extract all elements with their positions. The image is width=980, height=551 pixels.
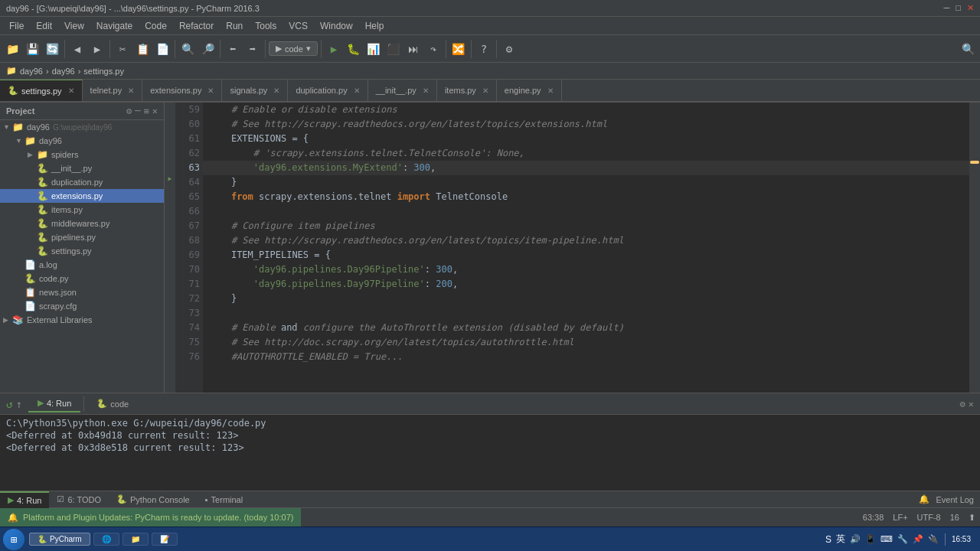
tray-icon-4[interactable]: 📱 xyxy=(865,534,876,544)
tree-init-py[interactable]: 🐍 __init__.py xyxy=(0,161,164,175)
tree-day96-folder[interactable]: ▼ 📁 day96 xyxy=(0,134,164,148)
nav-back-btn[interactable]: ⬅ xyxy=(224,40,242,58)
copy-btn[interactable]: 📋 xyxy=(133,40,152,58)
menu-vcs[interactable]: VCS xyxy=(283,19,314,33)
tree-codepy[interactable]: 🐍 code.py xyxy=(0,272,164,285)
tab-close-duplication[interactable]: ✕ xyxy=(354,86,360,95)
taskbar-app-pycharm[interactable]: 🐍 PyCharm xyxy=(29,533,90,546)
update-notification[interactable]: 🔔 Platform and Plugin Updates: PyCharm i… xyxy=(0,508,301,527)
tree-scrapycfg[interactable]: 📄 scrapy.cfg xyxy=(0,299,164,313)
tray-icon-7[interactable]: 📌 xyxy=(913,534,923,544)
menu-edit[interactable]: Edit xyxy=(30,19,58,33)
save-btn[interactable]: 💾 xyxy=(23,40,41,58)
global-search-btn[interactable]: 🔍 xyxy=(959,40,977,58)
start-button[interactable]: ⊞ xyxy=(3,529,24,550)
run-close-icon[interactable]: ✕ xyxy=(969,399,974,409)
run-tab-code[interactable]: 🐍 code xyxy=(87,396,138,412)
tree-newsjson[interactable]: 📋 news.json xyxy=(0,285,164,299)
cut-btn[interactable]: ✂ xyxy=(113,40,132,58)
project-view-btn[interactable]: 📁 xyxy=(3,40,21,58)
breadcrumb-root[interactable]: day96 xyxy=(20,67,43,76)
paste-btn[interactable]: 📄 xyxy=(153,40,172,58)
project-settings-icon[interactable]: ⚙ xyxy=(126,106,132,116)
col-indicator[interactable]: 16 xyxy=(946,513,964,522)
tab-engine-py[interactable]: engine.py ✕ xyxy=(497,80,562,101)
tray-icon-1[interactable]: S xyxy=(825,534,831,545)
taskbar-app-browser[interactable]: 🌐 xyxy=(93,533,119,546)
tray-icon-5[interactable]: ⌨ xyxy=(880,534,893,544)
menu-run[interactable]: Run xyxy=(220,19,249,33)
taskbar-app-word[interactable]: 📝 xyxy=(152,533,178,546)
settings-icon-btn[interactable]: ⚙ xyxy=(500,40,518,58)
run-up-icon[interactable]: ↑ xyxy=(15,398,21,410)
replace-btn[interactable]: 🔎 xyxy=(198,40,217,58)
run-config-btn[interactable]: ▶ code ▾ xyxy=(269,41,318,56)
bottom-tab-run[interactable]: ▶ 4: Run xyxy=(0,491,49,508)
tab-close-items[interactable]: ✕ xyxy=(482,86,488,95)
menu-navigate[interactable]: Navigate xyxy=(90,19,139,33)
run-with-coverage-btn[interactable]: 📊 xyxy=(364,40,383,58)
tray-icon-2[interactable]: 英 xyxy=(836,533,845,546)
git-branch[interactable]: ⬆ xyxy=(964,513,980,523)
breadcrumb-mid[interactable]: day96 xyxy=(52,67,75,76)
search-btn[interactable]: 🔍 xyxy=(178,40,197,58)
menu-window[interactable]: Window xyxy=(314,19,359,33)
tab-close-engine[interactable]: ✕ xyxy=(547,86,554,95)
help-icon-btn[interactable]: ? xyxy=(475,40,493,58)
breadcrumb-current[interactable]: settings.py xyxy=(83,67,124,76)
tray-time[interactable]: 16:53 xyxy=(952,535,971,543)
menu-tools[interactable]: Tools xyxy=(249,19,283,33)
close-btn[interactable]: ✕ xyxy=(967,3,974,13)
project-collapse-icon[interactable]: ─ xyxy=(135,106,140,116)
minimize-btn[interactable]: ─ xyxy=(944,3,950,13)
menu-help[interactable]: Help xyxy=(359,19,390,33)
run-btn[interactable]: ▶ xyxy=(325,40,343,58)
tree-items-py[interactable]: 🐍 items.py xyxy=(0,203,164,217)
tree-external-libs[interactable]: ▶ 📚 External Libraries xyxy=(0,313,164,327)
tree-root-day96[interactable]: ▼ 📁 day96 G:\wupeiqi\day96 xyxy=(0,120,164,134)
tab-items-py[interactable]: items.py ✕ xyxy=(437,80,497,101)
maximize-btn[interactable]: □ xyxy=(956,3,961,13)
forward-btn[interactable]: ▶ xyxy=(88,40,106,58)
tree-alog[interactable]: 📄 a.log xyxy=(0,258,164,272)
tab-telnet-py[interactable]: telnet.py ✕ xyxy=(83,80,143,101)
run-restart-icon[interactable]: ↺ xyxy=(6,398,12,410)
menu-code[interactable]: Code xyxy=(139,19,173,33)
cursor-position[interactable]: 63:38 xyxy=(858,513,889,522)
tab-close-telnet[interactable]: ✕ xyxy=(128,86,134,95)
bottom-tab-python[interactable]: 🐍 Python Console xyxy=(109,491,198,508)
tree-duplication-py[interactable]: 🐍 duplication.py xyxy=(0,175,164,189)
line-ending[interactable]: LF+ xyxy=(888,513,912,522)
tree-settings-py[interactable]: 🐍 settings.py xyxy=(0,244,164,258)
tree-middlewares-py[interactable]: 🐍 middlewares.py xyxy=(0,217,164,230)
tray-icon-6[interactable]: 🔧 xyxy=(897,534,908,544)
stop-btn[interactable]: ⬛ xyxy=(384,40,403,58)
event-log-text[interactable]: Event Log xyxy=(936,495,974,504)
run-tab-run[interactable]: ▶ 4: Run xyxy=(28,395,80,412)
tree-extensions-py[interactable]: 🐍 extensions.py xyxy=(0,189,164,203)
taskbar-app-explorer[interactable]: 📁 xyxy=(122,533,149,546)
code-content[interactable]: # Enable or disable extensions # See htt… xyxy=(203,103,969,393)
editor-content[interactable]: ▶ 59 60 61 62 63 64 65 66 67 68 69 70 71… xyxy=(165,103,980,393)
tab-close-settings[interactable]: ✕ xyxy=(68,86,74,95)
menu-file[interactable]: File xyxy=(3,19,30,33)
tray-icon-3[interactable]: 🔊 xyxy=(850,534,861,544)
event-log-icon[interactable]: 🔔 xyxy=(919,494,929,504)
project-close-icon[interactable]: ✕ xyxy=(152,106,158,116)
encoding[interactable]: UTF-8 xyxy=(913,513,946,522)
vcs-btn[interactable]: 🔀 xyxy=(449,40,468,58)
tree-pipelines-py[interactable]: 🐍 pipelines.py xyxy=(0,230,164,244)
project-gear-icon[interactable]: ≡ xyxy=(144,106,149,116)
tree-spiders[interactable]: ▶ 📁 spiders xyxy=(0,148,164,161)
menu-view[interactable]: View xyxy=(58,19,90,33)
bottom-tab-todo[interactable]: ☑ 6: TODO xyxy=(49,491,109,508)
tab-settings-py[interactable]: 🐍 settings.py ✕ xyxy=(0,80,83,101)
menu-refactor[interactable]: Refactor xyxy=(173,19,220,33)
step-over-btn[interactable]: ↷ xyxy=(424,40,443,58)
tab-signals-py[interactable]: signals.py ✕ xyxy=(222,80,288,101)
tab-close-signals[interactable]: ✕ xyxy=(273,86,279,95)
tab-extensions-py[interactable]: extensions.py ✕ xyxy=(142,80,222,101)
tab-close-extensions[interactable]: ✕ xyxy=(207,86,214,95)
run-settings-icon[interactable]: ⚙ xyxy=(960,399,965,409)
back-btn[interactable]: ◀ xyxy=(68,40,87,58)
